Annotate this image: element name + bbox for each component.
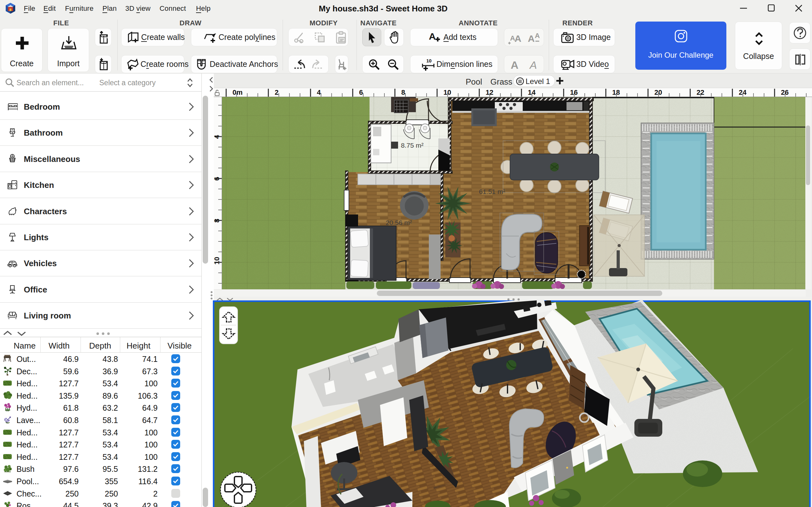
svg-text:20.56 m²: 20.56 m² [386,219,412,226]
svg-text:10: 10 [444,89,451,96]
svg-text:8: 8 [401,89,405,96]
svg-text:22: 22 [697,89,704,96]
svg-text:26: 26 [781,89,789,96]
svg-text:A: A [529,59,537,71]
svg-text:4: 4 [317,89,321,96]
svg-text:0m: 0m [233,89,243,96]
svg-text:8.75 m²: 8.75 m² [401,142,423,149]
svg-text:2: 2 [275,89,278,96]
svg-text:A: A [514,33,521,44]
svg-text:A: A [429,32,436,42]
svg-text:18: 18 [612,89,620,96]
svg-text:A: A [528,33,535,44]
svg-text:A: A [511,59,519,71]
svg-text:12: 12 [486,89,493,96]
svg-text:6: 6 [214,177,221,181]
svg-text:10: 10 [426,58,432,63]
svg-text:61.51 m²: 61.51 m² [479,188,505,195]
svg-text:6: 6 [359,89,363,96]
svg-text:16: 16 [570,89,577,96]
svg-text:8: 8 [214,219,221,222]
svg-text:A: A [535,32,540,40]
svg-text:20: 20 [654,89,662,96]
svg-text:10: 10 [214,257,221,264]
